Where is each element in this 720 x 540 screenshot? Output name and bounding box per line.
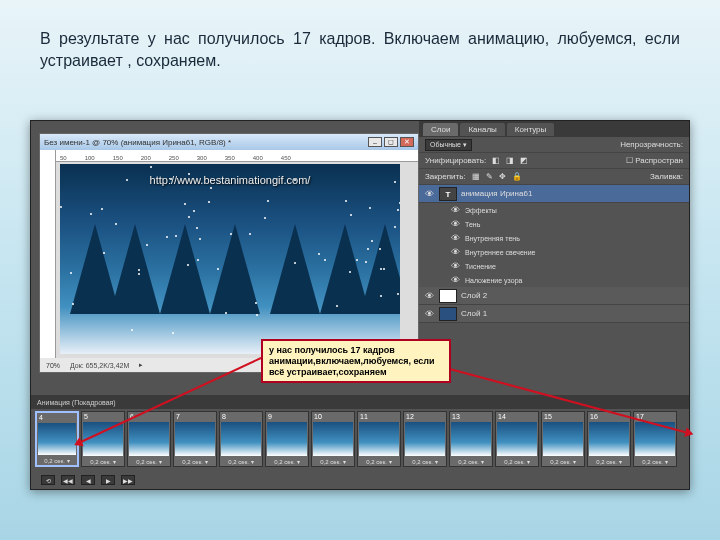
maximize-button[interactable]: ◻ [384, 137, 398, 147]
lock-paint-icon[interactable]: ✎ [486, 172, 493, 181]
visibility-icon[interactable]: 👁 [449, 219, 461, 229]
frame-delay[interactable]: 0,2 сек. ▾ [358, 457, 400, 466]
frame-delay[interactable]: 0,2 сек. ▾ [450, 457, 492, 466]
animation-frame[interactable]: 150,2 сек. ▾ [541, 411, 585, 467]
frame-delay[interactable]: 0,2 сек. ▾ [128, 457, 170, 466]
visibility-icon[interactable]: 👁 [449, 275, 461, 285]
animation-frames: 40,2 сек. ▾50,2 сек. ▾60,2 сек. ▾70,2 се… [35, 411, 685, 471]
layer-name: Слой 1 [461, 309, 487, 318]
effects-list: 👁Эффекты 👁Тень 👁Внутренняя тень 👁Внутрен… [419, 203, 689, 287]
timeline-controls: ⟲ ◀◀ ◀ ▶ ▶▶ [35, 473, 685, 487]
layers-panel: Слои Каналы Контуры Обычные ▾ Непрозрачн… [419, 121, 689, 391]
photoshop-screenshot: Без имени-1 @ 70% (анимация Ирина61, RGB… [30, 120, 690, 490]
lock-transparency-icon[interactable]: ▦ [472, 172, 480, 181]
visibility-icon[interactable]: 👁 [449, 247, 461, 257]
frame-delay[interactable]: 0,2 сек. ▾ [82, 457, 124, 466]
close-button[interactable]: ✕ [400, 137, 414, 147]
animation-frame[interactable]: 140,2 сек. ▾ [495, 411, 539, 467]
animation-frame[interactable]: 160,2 сек. ▾ [587, 411, 631, 467]
ruler-horizontal: 50 100 150 200 250 300 350 400 450 [56, 150, 418, 162]
frame-thumbnail [267, 422, 307, 456]
lock-all-icon[interactable]: 🔒 [512, 172, 522, 181]
frame-delay[interactable]: 0,2 сек. ▾ [312, 457, 354, 466]
frame-delay[interactable]: 0,2 сек. ▾ [404, 457, 446, 466]
frame-thumbnail [543, 422, 583, 456]
frame-delay[interactable]: 0,2 сек. ▾ [634, 457, 676, 466]
minimize-button[interactable]: – [368, 137, 382, 147]
frame-delay[interactable]: 0,2 сек. ▾ [37, 456, 77, 465]
prev-frame-button[interactable]: ◀ [81, 475, 95, 485]
animation-frame[interactable]: 120,2 сек. ▾ [403, 411, 447, 467]
visibility-icon[interactable]: 👁 [449, 261, 461, 271]
frame-delay[interactable]: 0,2 сек. ▾ [220, 457, 262, 466]
animation-frame[interactable]: 130,2 сек. ▾ [449, 411, 493, 467]
layer-text-row[interactable]: 👁 T анимация Ирина61 [419, 185, 689, 203]
document-window: Без имени-1 @ 70% (анимация Ирина61, RGB… [39, 133, 419, 373]
text-layer-icon: T [439, 187, 457, 201]
unify-label: Унифицировать: [425, 156, 486, 165]
layer-name: Слой 2 [461, 291, 487, 300]
frame-delay[interactable]: 0,2 сек. ▾ [496, 457, 538, 466]
frame-number: 12 [404, 412, 446, 421]
opacity-label: Непрозрачность: [620, 140, 683, 149]
frame-number: 7 [174, 412, 216, 421]
lock-label: Закрепить: [425, 172, 466, 181]
frame-thumbnail [497, 422, 537, 456]
visibility-icon[interactable]: 👁 [423, 309, 435, 319]
chevron-right-icon[interactable]: ▸ [139, 361, 143, 369]
frame-number: 4 [37, 413, 77, 422]
visibility-icon[interactable]: 👁 [449, 205, 461, 215]
frame-number: 10 [312, 412, 354, 421]
animation-frame[interactable]: 60,2 сек. ▾ [127, 411, 171, 467]
layer-thumbnail [439, 307, 457, 321]
frame-thumbnail [405, 422, 445, 456]
document-title: Без имени-1 @ 70% (анимация Ирина61, RGB… [44, 138, 231, 147]
visibility-icon[interactable]: 👁 [423, 189, 435, 199]
animation-frame[interactable]: 90,2 сек. ▾ [265, 411, 309, 467]
frame-delay[interactable]: 0,2 сек. ▾ [266, 457, 308, 466]
annotation-note: у нас получилось 17 кадров анимации,вклю… [261, 339, 451, 383]
frame-number: 13 [450, 412, 492, 421]
unify-icon[interactable]: ◧ [492, 156, 500, 165]
animation-frame[interactable]: 80,2 сек. ▾ [219, 411, 263, 467]
play-button[interactable]: ▶ [101, 475, 115, 485]
frame-number: 9 [266, 412, 308, 421]
frame-delay[interactable]: 0,2 сек. ▾ [174, 457, 216, 466]
frame-number: 14 [496, 412, 538, 421]
frame-thumbnail [359, 422, 399, 456]
unify-icon[interactable]: ◨ [506, 156, 514, 165]
layer-name: анимация Ирина61 [461, 189, 532, 198]
zoom-level[interactable]: 70% [46, 362, 60, 369]
layer-1-row[interactable]: 👁 Слой 1 [419, 305, 689, 323]
first-frame-button[interactable]: ◀◀ [61, 475, 75, 485]
document-titlebar: Без имени-1 @ 70% (анимация Ирина61, RGB… [40, 134, 418, 150]
animation-frame[interactable]: 110,2 сек. ▾ [357, 411, 401, 467]
ruler-vertical [40, 150, 56, 358]
next-frame-button[interactable]: ▶▶ [121, 475, 135, 485]
frame-delay[interactable]: 0,2 сек. ▾ [588, 457, 630, 466]
frame-thumbnail [313, 422, 353, 456]
doc-size: Док: 655,2K/3,42M [70, 362, 129, 369]
animation-frame[interactable]: 70,2 сек. ▾ [173, 411, 217, 467]
layer-2-row[interactable]: 👁 Слой 2 [419, 287, 689, 305]
frame-number: 11 [358, 412, 400, 421]
loop-button[interactable]: ⟲ [41, 475, 55, 485]
animation-frame[interactable]: 100,2 сек. ▾ [311, 411, 355, 467]
visibility-icon[interactable]: 👁 [449, 233, 461, 243]
visibility-icon[interactable]: 👁 [423, 291, 435, 301]
canvas[interactable]: http://www.bestanimationgif.com/ [60, 164, 400, 354]
frame-number: 5 [82, 412, 124, 421]
frame-thumbnail [589, 422, 629, 456]
frame-thumbnail [38, 423, 76, 455]
lock-move-icon[interactable]: ✥ [499, 172, 506, 181]
watermark-url: http://www.bestanimationgif.com/ [150, 174, 311, 186]
frame-delay[interactable]: 0,2 сек. ▾ [542, 457, 584, 466]
tab-layers[interactable]: Слои [423, 123, 458, 136]
frame-number: 8 [220, 412, 262, 421]
blend-mode-select[interactable]: Обычные ▾ [425, 139, 472, 151]
unify-icon[interactable]: ◩ [520, 156, 528, 165]
tab-channels[interactable]: Каналы [460, 123, 504, 136]
tab-paths[interactable]: Контуры [507, 123, 554, 136]
panel-tabs: Слои Каналы Контуры [419, 121, 689, 137]
frame-thumbnail [451, 422, 491, 456]
